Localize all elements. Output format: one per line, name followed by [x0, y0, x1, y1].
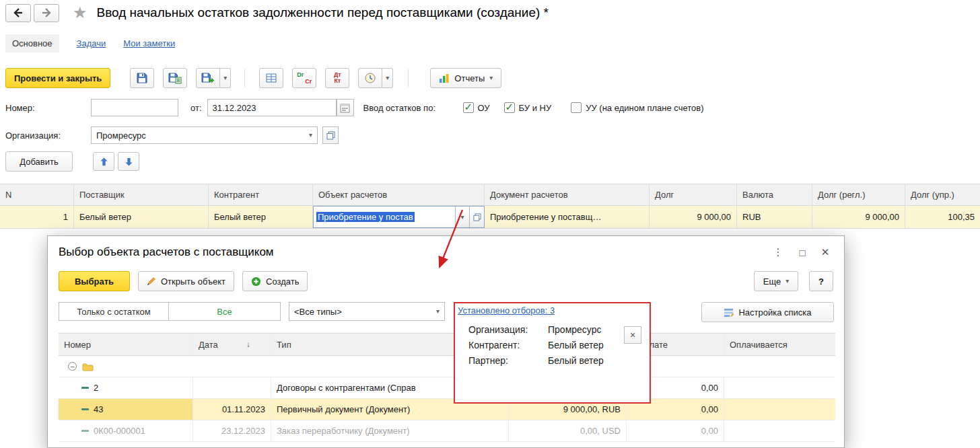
move-down-button[interactable] [118, 152, 139, 171]
checkbox-item-ou: ОУ [463, 102, 490, 113]
cell-date [193, 377, 271, 398]
save-post-icon [168, 72, 182, 84]
filter-row-partner: Партнер: Белый ветер [455, 350, 650, 366]
cell-debt-reg[interactable]: 9 000,00 [812, 206, 905, 228]
column-header-settlement-document[interactable]: Документ расчетов [485, 184, 650, 205]
drcr-button[interactable]: DrCr [292, 68, 316, 88]
save-and-post-button[interactable] [163, 68, 187, 88]
top-bar: ★ Ввод начальных остатков задолженности … [0, 3, 980, 23]
date-input[interactable]: 31.12.2023 [207, 99, 337, 116]
post-and-close-button[interactable]: Провести и закрыть [5, 68, 110, 88]
help-button[interactable]: ? [809, 271, 833, 291]
dialog-maximize-button[interactable]: □ [793, 243, 812, 262]
toolbar-separator [408, 69, 409, 87]
filter-only-balance-option[interactable]: Только с остатком [59, 303, 169, 320]
chevron-down-icon: ▾ [785, 278, 789, 285]
column-header-n[interactable]: N [0, 184, 74, 205]
chevron-down-icon: ▾ [386, 75, 389, 81]
column-header-supplier[interactable]: Поставщик [74, 184, 209, 205]
remove-filter-button[interactable]: × [624, 326, 641, 344]
history-button[interactable] [358, 68, 382, 88]
column-header-debt-mgmt[interactable]: Долг (упр.) [905, 184, 980, 205]
more-actions-button[interactable]: Еще ▾ [754, 271, 798, 291]
chevron-down-icon: ▾ [436, 308, 440, 315]
add-row-button[interactable]: Добавить [5, 151, 73, 172]
cell-date: 01.11.2023 [193, 399, 271, 420]
list-settings-icon [724, 307, 734, 318]
settlement-object-edit-cell[interactable]: Приобретение у постав ▾ [313, 206, 485, 228]
tab-tasks[interactable]: Задачи [77, 38, 106, 48]
cell-settlement-document[interactable]: Приобретение у поставщ… [485, 206, 650, 228]
save-variants-caret[interactable]: ▾ [220, 68, 231, 88]
back-button[interactable] [5, 4, 31, 22]
column-header-debt[interactable]: Долг [650, 184, 737, 205]
number-input[interactable] [91, 99, 178, 116]
reports-button[interactable]: Отчеты ▾ [430, 68, 501, 88]
ou-checkbox[interactable] [463, 102, 474, 113]
column-header-currency[interactable]: Валюта [737, 184, 812, 205]
drcr-icon: DrCr [297, 71, 312, 85]
row-marker-icon [81, 408, 89, 410]
cell-open-button[interactable] [469, 207, 484, 227]
cell-date: 23.12.2023 [193, 420, 271, 441]
list-row-selected[interactable]: 43 01.11.2023 Первичный документ (Докуме… [59, 399, 835, 420]
filters-applied-link[interactable]: Установлено отборов: 3 [458, 305, 555, 315]
cell-supplier[interactable]: Белый ветер [74, 206, 209, 228]
cell-debt[interactable]: 9 000,00 [650, 206, 737, 228]
save-variants-button[interactable] [196, 68, 220, 88]
collapse-icon[interactable]: − [68, 362, 77, 371]
list-header-row: Номер Дата ↓ Тип К оплате Оплачивается [59, 333, 835, 356]
open-object-button[interactable]: Открыть объект [138, 271, 234, 291]
tab-notes[interactable]: Мои заметки [123, 38, 175, 48]
list-settings-button[interactable]: Настройка списка [701, 302, 834, 322]
organization-combobox[interactable]: Промресурс ▾ [91, 126, 318, 144]
dialog-more-button[interactable]: ⋮ [769, 243, 788, 262]
create-button[interactable]: Создать [242, 271, 308, 291]
date-label: от: [190, 103, 202, 113]
cell-paid [724, 377, 835, 398]
column-header-date[interactable]: Дата ↓ [193, 334, 271, 355]
column-header-settlement-object[interactable]: Объект расчетов [313, 184, 485, 205]
column-header-contragent[interactable]: Контрагент [209, 184, 313, 205]
uu-checkbox[interactable] [571, 102, 582, 113]
list-row[interactable]: 0К00-000001 23.12.2023 Заказ переработчи… [59, 420, 835, 442]
command-bar: Провести и закрыть [0, 67, 980, 89]
cell-debt-mgmt[interactable]: 100,35 [905, 206, 980, 228]
organization-open-button[interactable] [322, 126, 339, 144]
types-combobox[interactable]: <Все типы> ▾ [289, 302, 445, 321]
cell-currency[interactable]: RUB [737, 206, 812, 228]
balance-filter-switch: Только с остатком Все [59, 302, 281, 321]
column-header-debt-reg[interactable]: Долг (регл.) [812, 184, 905, 205]
column-header-paid[interactable]: Оплачивается [724, 334, 835, 355]
select-button[interactable]: Выбрать [59, 271, 130, 291]
filter-all-option[interactable]: Все [169, 303, 280, 320]
history-split-button: ▾ [358, 68, 393, 88]
dtkt-button[interactable]: ДтКт [325, 68, 349, 88]
move-up-button[interactable] [93, 152, 114, 171]
dialog-close-button[interactable]: ✕ [816, 243, 835, 262]
history-caret[interactable]: ▾ [382, 68, 393, 88]
tab-main[interactable]: Основное [5, 34, 59, 52]
sort-desc-icon: ↓ [246, 340, 250, 349]
save-button[interactable] [130, 68, 154, 88]
filter-org-label: Организация: [468, 324, 548, 335]
favorite-star-icon[interactable]: ★ [73, 5, 88, 21]
filter-row-organization: Организация: Промресурс [455, 320, 650, 335]
bu-checkbox[interactable] [504, 102, 515, 113]
list-row[interactable]: 2 Договоры с контрагентами (Справ 0,00 [59, 377, 835, 399]
group-row[interactable]: − [59, 356, 835, 377]
register-records-button[interactable] [259, 68, 283, 88]
cell-dropdown-button[interactable]: ▾ [455, 207, 469, 227]
applied-filters-popup: Установлено отборов: 3 Организация: Пром… [454, 302, 651, 404]
forward-button[interactable] [34, 4, 59, 22]
organization-value: Промресурс [96, 130, 146, 141]
calendar-button[interactable] [337, 99, 354, 116]
column-header-number[interactable]: Номер [59, 334, 193, 355]
bu-checkbox-label: БУ и НУ [519, 103, 552, 113]
cell-sum: 0,00, USD [509, 420, 627, 441]
table-row[interactable]: 1 Белый ветер Белый ветер Приобретение у… [0, 206, 980, 229]
dialog-filter-bar: Только с остатком Все <Все типы> ▾ [59, 302, 445, 321]
cell-contragent[interactable]: Белый ветер [209, 206, 313, 228]
cell-type: Заказ переработчику (Документ) [271, 420, 509, 441]
chevron-down-icon[interactable]: ▾ [309, 132, 312, 139]
